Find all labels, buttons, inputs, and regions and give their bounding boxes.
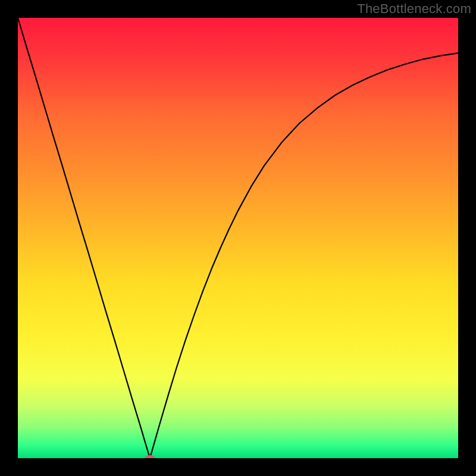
bottleneck-chart bbox=[18, 18, 458, 458]
chart-frame: TheBottleneck.com bbox=[0, 0, 476, 476]
attribution-label: TheBottleneck.com bbox=[357, 1, 471, 17]
